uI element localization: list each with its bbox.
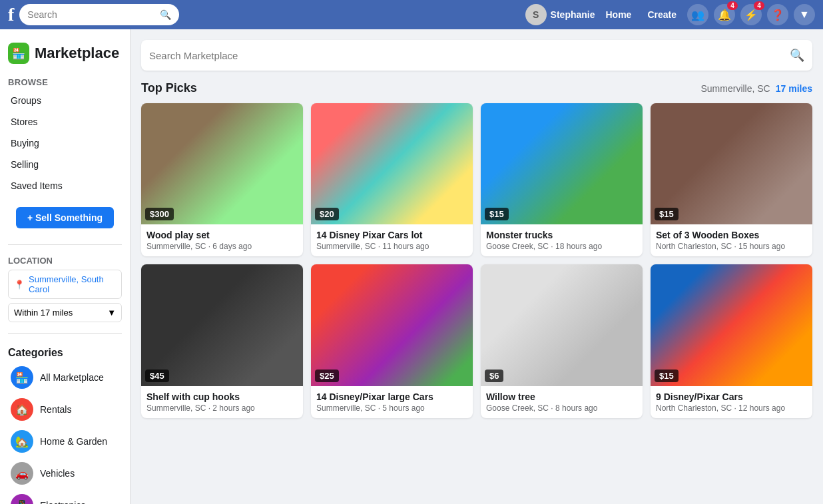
product-image-wrap: $45 [141, 264, 303, 385]
top-navigation: f 🔍 S Stephanie Home Create 👥 🔔 4 ⚡ 4 ❓ [0, 0, 823, 29]
dropdown-btn[interactable]: ▼ [794, 4, 815, 25]
location-city-text: Summerville, South Carol [29, 274, 116, 294]
product-info: 14 Disney/Pixar large Cars Summerville, … [311, 386, 473, 418]
product-card[interactable]: $300 Wood play set Summerville, SC · 6 d… [141, 103, 303, 256]
cat-item-rentals[interactable]: 🏠 Rentals [3, 393, 127, 425]
marketplace-icon: 🏪 [8, 43, 29, 64]
cat-item-vehicles[interactable]: 🚗 Vehicles [3, 457, 127, 489]
alerts-btn[interactable]: ⚡ 4 [740, 4, 762, 25]
location-label: Location [8, 256, 122, 266]
notifications-btn[interactable]: 🔔 4 [714, 4, 735, 25]
product-card[interactable]: $15 Set of 3 Wooden Boxes North Charlest… [651, 103, 812, 256]
product-name: Willow tree [486, 391, 637, 402]
sidebar-title: 🏪 Marketplace [0, 37, 130, 69]
location-info: Summerville, SC 17 miles [700, 83, 812, 94]
sidebar: 🏪 Marketplace Browse Groups Stores Buyin… [0, 29, 131, 504]
product-meta: Goose Creek, SC · 8 hours ago [486, 403, 637, 413]
facebook-logo: f [8, 4, 14, 25]
home-link[interactable]: Home [601, 9, 637, 20]
product-meta: Summerville, SC · 5 hours ago [316, 403, 467, 413]
page-layout: 🏪 Marketplace Browse Groups Stores Buyin… [0, 29, 823, 504]
top-picks-title: Top Picks [141, 81, 197, 95]
sidebar-item-saved[interactable]: Saved Items [3, 175, 127, 196]
product-price: $20 [315, 208, 339, 220]
product-name: Wood play set [146, 230, 298, 240]
create-link[interactable]: Create [642, 9, 682, 20]
marketplace-search-bar[interactable]: 🔍 [141, 40, 812, 71]
vehicles-icon: 🚗 [11, 462, 33, 485]
sell-something-button[interactable]: + Sell Something [16, 207, 114, 228]
lightning-icon: ⚡ [744, 9, 758, 21]
product-meta: Summerville, SC · 6 days ago [146, 242, 298, 251]
product-info: 9 Disney/Pixar Cars North Charleston, SC… [651, 386, 812, 418]
product-image [141, 264, 303, 385]
product-card[interactable]: $15 9 Disney/Pixar Cars North Charleston… [651, 264, 812, 417]
stores-label: Stores [11, 117, 37, 127]
chevron-down-icon: ▼ [799, 9, 810, 21]
categories-label: Categories [0, 339, 130, 362]
product-grid: $300 Wood play set Summerville, SC · 6 d… [141, 103, 812, 418]
divider-2 [8, 333, 122, 334]
friends-icon-btn[interactable]: 👥 [687, 4, 708, 25]
marketplace-search-input[interactable] [149, 50, 790, 61]
product-price: $45 [145, 370, 169, 382]
product-card[interactable]: $25 14 Disney/Pixar large Cars Summervil… [311, 264, 473, 417]
rentals-icon: 🏠 [11, 398, 33, 421]
sidebar-item-selling[interactable]: Selling [3, 154, 127, 175]
product-image [651, 103, 812, 224]
nav-user[interactable]: S Stephanie [525, 4, 595, 25]
product-image-wrap: $300 [141, 103, 303, 224]
product-meta: Summerville, SC · 2 hours ago [146, 403, 298, 413]
chevron-down-icon: ▼ [107, 308, 116, 318]
product-name: 9 Disney/Pixar Cars [656, 391, 807, 402]
top-picks-miles: 17 miles [776, 83, 812, 94]
product-image-wrap: $15 [651, 264, 812, 385]
global-search-input[interactable] [27, 9, 160, 20]
global-search-bar[interactable]: 🔍 [19, 4, 179, 25]
electronics-icon: 📱 [11, 494, 33, 504]
cat-name-rentals: Rentals [40, 404, 71, 415]
main-content: 🔍 Top Picks Summerville, SC 17 miles $30… [131, 29, 823, 504]
question-icon: ❓ [771, 9, 784, 21]
product-image [481, 264, 643, 385]
product-card[interactable]: $45 Shelf with cup hooks Summerville, SC… [141, 264, 303, 417]
product-image [141, 103, 303, 224]
product-card[interactable]: $20 14 Disney Pixar Cars lot Summerville… [311, 103, 473, 256]
sidebar-item-buying[interactable]: Buying [3, 132, 127, 154]
divider-1 [8, 244, 122, 245]
cat-name-all-marketplace: All Marketplace [40, 372, 104, 383]
product-card[interactable]: $15 Monster trucks Goose Creek, SC · 18 … [481, 103, 643, 256]
sidebar-item-stores[interactable]: Stores [3, 111, 127, 132]
marketplace-search-button[interactable]: 🔍 [790, 48, 804, 63]
product-price: $6 [485, 370, 503, 382]
help-btn[interactable]: ❓ [767, 4, 788, 25]
cat-item-home-garden[interactable]: 🏡 Home & Garden [3, 425, 127, 457]
buying-label: Buying [11, 138, 39, 148]
product-image-wrap: $15 [651, 103, 812, 224]
cat-name-electronics: Electronics [40, 500, 85, 504]
product-meta: North Charleston, SC · 12 hours ago [656, 403, 807, 413]
product-card[interactable]: $6 Willow tree Goose Creek, SC · 8 hours… [481, 264, 643, 417]
sidebar-item-groups[interactable]: Groups [3, 90, 127, 111]
product-price: $15 [655, 370, 679, 382]
product-info: 14 Disney Pixar Cars lot Summerville, SC… [311, 224, 473, 256]
product-meta: Goose Creek, SC · 18 hours ago [486, 242, 637, 251]
product-price: $25 [315, 370, 339, 382]
product-name: 14 Disney Pixar Cars lot [316, 230, 467, 240]
cat-item-electronics[interactable]: 📱 Electronics [3, 489, 127, 504]
product-name: Monster trucks [486, 230, 637, 240]
miles-select[interactable]: Within 17 miles ▼ [8, 303, 122, 322]
product-image [311, 103, 473, 224]
product-info: Willow tree Goose Creek, SC · 8 hours ag… [481, 386, 643, 418]
nav-right-section: S Stephanie Home Create 👥 🔔 4 ⚡ 4 ❓ ▼ [525, 4, 815, 25]
cat-name-home-garden: Home & Garden [40, 436, 107, 447]
product-price: $15 [655, 208, 679, 220]
cat-item-all-marketplace[interactable]: 🏪 All Marketplace [3, 362, 127, 393]
home-garden-icon: 🏡 [11, 430, 33, 453]
product-image-wrap: $25 [311, 264, 473, 385]
bell-icon: 🔔 [718, 9, 731, 21]
product-name: Set of 3 Wooden Boxes [656, 230, 807, 240]
product-image [651, 264, 812, 385]
product-info: Set of 3 Wooden Boxes North Charleston, … [651, 224, 812, 256]
location-input[interactable]: 📍 Summerville, South Carol [8, 270, 122, 299]
